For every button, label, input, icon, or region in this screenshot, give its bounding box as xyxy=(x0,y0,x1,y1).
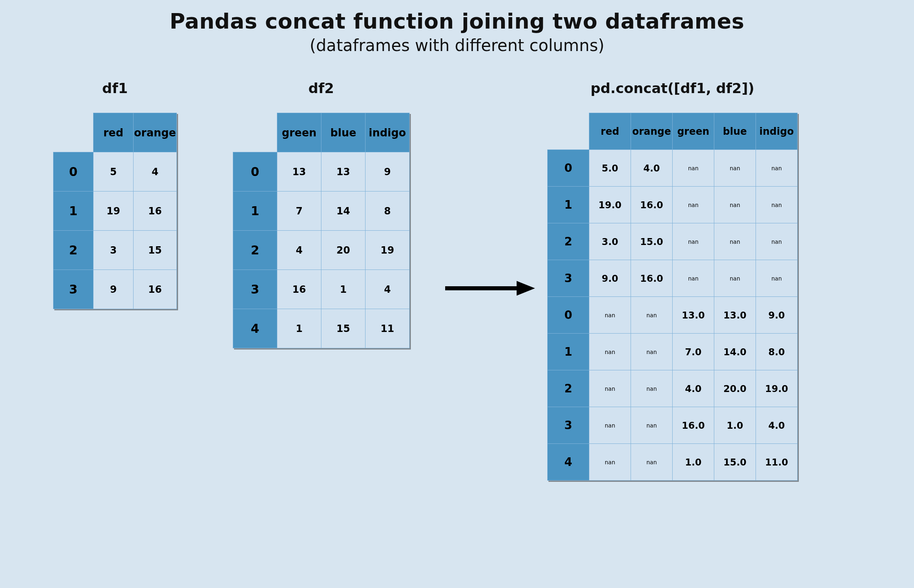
cell: 16.0 xyxy=(631,260,673,297)
cell: 4 xyxy=(134,152,177,192)
cell: 16 xyxy=(134,192,177,231)
cell: 13.0 xyxy=(714,297,756,334)
cell: 4.0 xyxy=(673,370,714,407)
rowhdr: 1 xyxy=(548,334,589,370)
cell: nan xyxy=(673,223,714,260)
label-df1: df1 xyxy=(53,80,177,100)
cell: 9 xyxy=(94,270,134,309)
cell: nan xyxy=(589,444,631,481)
rowhdr: 2 xyxy=(548,370,589,407)
page-subtitle: (dataframes with different columns) xyxy=(0,36,914,55)
cell: nan xyxy=(673,187,714,223)
colhdr: blue xyxy=(321,113,366,152)
cell: 16.0 xyxy=(631,187,673,223)
label-df2: df2 xyxy=(233,80,410,100)
cell: nan xyxy=(589,407,631,444)
cell: 19 xyxy=(366,231,410,270)
cell: nan xyxy=(589,297,631,334)
cell: 4.0 xyxy=(631,150,673,187)
rowhdr: 2 xyxy=(548,223,589,260)
rowhdr: 0 xyxy=(548,150,589,187)
rowhdr: 4 xyxy=(548,444,589,481)
cell: 4.0 xyxy=(756,407,798,444)
colhdr: red xyxy=(589,113,631,150)
label-result: pd.concat([df1, df2]) xyxy=(547,80,798,100)
cell: 9 xyxy=(366,152,410,192)
rowhdr: 0 xyxy=(233,152,277,192)
cell: nan xyxy=(631,444,673,481)
cell: nan xyxy=(714,187,756,223)
cell: 14 xyxy=(321,192,366,231)
cell: 5.0 xyxy=(589,150,631,187)
cell: 15.0 xyxy=(714,444,756,481)
cell: 20.0 xyxy=(714,370,756,407)
cell: 15 xyxy=(134,231,177,270)
colhdr: orange xyxy=(134,113,177,152)
cell: 19.0 xyxy=(756,370,798,407)
panel-df2: df2 green blue indigo 0 13 13 9 1 7 xyxy=(233,80,410,350)
cell: nan xyxy=(673,150,714,187)
cell: 11.0 xyxy=(756,444,798,481)
cell: 3.0 xyxy=(589,223,631,260)
table-df2: green blue indigo 0 13 13 9 1 7 14 8 xyxy=(233,113,410,348)
colhdr: red xyxy=(94,113,134,152)
rowhdr: 1 xyxy=(233,192,277,231)
colhdr: indigo xyxy=(756,113,798,150)
cell: 13 xyxy=(277,152,321,192)
cell: nan xyxy=(631,334,673,370)
cell: nan xyxy=(631,370,673,407)
cell: nan xyxy=(714,150,756,187)
cell: 1 xyxy=(321,270,366,309)
cell: 8 xyxy=(366,192,410,231)
rowhdr: 3 xyxy=(54,270,94,309)
colhdr: blue xyxy=(714,113,756,150)
corner-cell xyxy=(54,113,94,152)
cell: 1.0 xyxy=(714,407,756,444)
panel-result: pd.concat([df1, df2]) red orange green b… xyxy=(547,80,798,482)
cell: 15 xyxy=(321,309,366,348)
rowhdr: 1 xyxy=(54,192,94,231)
cell: 16 xyxy=(277,270,321,309)
cell: 5 xyxy=(94,152,134,192)
rowhdr: 3 xyxy=(548,260,589,297)
cell: 15.0 xyxy=(631,223,673,260)
rowhdr: 0 xyxy=(54,152,94,192)
cell: nan xyxy=(756,260,798,297)
cell: 13 xyxy=(321,152,366,192)
cell: 13.0 xyxy=(673,297,714,334)
cell: nan xyxy=(756,187,798,223)
colhdr: green xyxy=(673,113,714,150)
cell: 3 xyxy=(94,231,134,270)
cell: nan xyxy=(589,334,631,370)
corner-cell xyxy=(233,113,277,152)
cell: 7.0 xyxy=(673,334,714,370)
cell: 19 xyxy=(94,192,134,231)
cell: nan xyxy=(631,297,673,334)
cell: nan xyxy=(756,223,798,260)
rowhdr: 0 xyxy=(548,297,589,334)
rowhdr: 2 xyxy=(233,231,277,270)
arrow-icon xyxy=(441,276,535,302)
cell: 14.0 xyxy=(714,334,756,370)
cell: 4 xyxy=(277,231,321,270)
cell: 1 xyxy=(277,309,321,348)
cell: nan xyxy=(589,370,631,407)
diagram-row: df1 red orange 0 5 4 1 19 16 xyxy=(0,80,914,570)
cell: 19.0 xyxy=(589,187,631,223)
cell: 11 xyxy=(366,309,410,348)
page-title: Pandas concat function joining two dataf… xyxy=(0,0,914,33)
cell: nan xyxy=(714,223,756,260)
rowhdr: 4 xyxy=(233,309,277,348)
colhdr: green xyxy=(277,113,321,152)
cell: nan xyxy=(631,407,673,444)
panel-df1: df1 red orange 0 5 4 1 19 16 xyxy=(53,80,177,311)
rowhdr: 3 xyxy=(548,407,589,444)
cell: 8.0 xyxy=(756,334,798,370)
rowhdr: 3 xyxy=(233,270,277,309)
cell: nan xyxy=(756,150,798,187)
cell: 1.0 xyxy=(673,444,714,481)
cell: 7 xyxy=(277,192,321,231)
cell: 9.0 xyxy=(589,260,631,297)
cell: nan xyxy=(673,260,714,297)
svg-marker-1 xyxy=(517,281,535,296)
